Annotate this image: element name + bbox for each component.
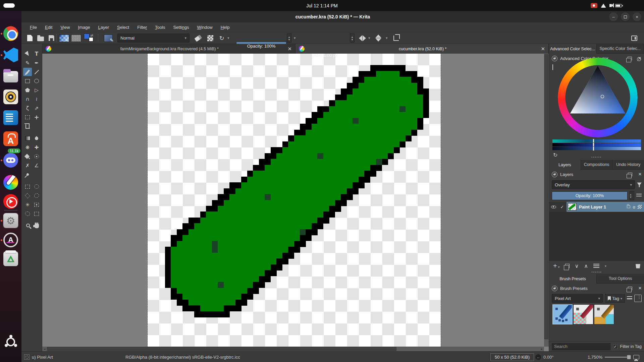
brush-preset-thumbnail[interactable] [573, 304, 593, 324]
rectangle-tool[interactable] [23, 77, 32, 85]
add-layer-button[interactable]: + ▾ [553, 262, 560, 270]
pattern-edit-tool[interactable]: ❋ [23, 143, 32, 152]
layers-list-empty-area[interactable] [549, 212, 644, 261]
edit-shapes-tool[interactable]: ✎ [23, 59, 32, 67]
menu-item-tools[interactable]: Tools [151, 23, 169, 31]
selector-settings-button[interactable] [552, 65, 553, 70]
preserve-alpha-button[interactable] [205, 34, 215, 43]
layer-checkbox[interactable]: ✓ [558, 204, 567, 209]
docker-lock-icon[interactable] [552, 172, 557, 177]
save-button[interactable] [46, 34, 56, 43]
move-tool[interactable]: + [32, 113, 41, 121]
select-shapes-tool[interactable] [23, 50, 32, 58]
rect-select-tool[interactable] [23, 182, 32, 191]
freehand-path-tool[interactable]: ≀ [32, 95, 41, 103]
canvas-rotation-icon[interactable]: ↔ [535, 354, 541, 360]
system-clock[interactable]: Jul 12 1:14 PM [306, 3, 337, 8]
selected-layer[interactable]: Paint Layer 1 α [567, 202, 644, 212]
scroll-left-icon[interactable]: ◂ [42, 347, 47, 351]
close-button[interactable]: × [633, 12, 641, 21]
menu-item-edit[interactable]: Edit [41, 23, 56, 31]
color-wheel[interactable] [558, 58, 638, 137]
activities-indicator[interactable] [3, 3, 15, 8]
gradient-chooser[interactable] [59, 34, 69, 43]
zoom-slider-handle[interactable] [627, 355, 631, 359]
hsv-triangle[interactable] [558, 58, 638, 137]
docker-lock-icon[interactable] [552, 56, 557, 61]
inherit-alpha-icon[interactable] [638, 205, 642, 209]
tab-specific-color-selec[interactable]: Specific Color Selec... [597, 44, 644, 54]
gradient-tool[interactable] [23, 134, 32, 142]
value-slider[interactable] [552, 147, 641, 150]
docker-resize-handle[interactable]: •••••• [549, 156, 644, 159]
document-size-button[interactable]: 50 x 50 (52.0 KiB) [490, 353, 534, 361]
scroll-right-icon[interactable]: ▸ [539, 347, 544, 351]
color-sliders[interactable] [552, 139, 641, 150]
horizontal-scroll-thumb[interactable] [47, 347, 396, 351]
canvas-rotation-value[interactable]: 0.00° [543, 355, 554, 360]
opacity-options-dropdown[interactable]: ▾ [294, 34, 296, 43]
close-tab-icon[interactable]: ✕ [541, 46, 545, 52]
enclose-fill-tool[interactable] [32, 152, 41, 161]
pattern-chooser[interactable] [71, 34, 81, 43]
reload-preset-button[interactable]: ↻ [217, 34, 227, 43]
search-input[interactable]: Search [552, 343, 610, 350]
preset-list-view-icon[interactable] [627, 296, 632, 300]
dock-item-discord[interactable]: 11.1k [3, 153, 18, 168]
fg-bg-color-chooser[interactable]: ⇄ [84, 34, 93, 42]
vertical-scroll-thumb[interactable] [544, 54, 548, 339]
menu-item-filter[interactable]: Filter [133, 23, 151, 31]
magnetic-select-tool[interactable] [32, 209, 41, 218]
float-docker-icon[interactable] [628, 287, 632, 290]
dock-item-youtube-music[interactable] [3, 194, 18, 209]
dock-item-trash[interactable] [3, 251, 18, 266]
float-docker-icon[interactable] [628, 173, 632, 176]
maximize-button[interactable] [621, 12, 630, 21]
hue-slider[interactable] [552, 139, 641, 143]
blending-mode-dropdown[interactable]: Normal ▾ [117, 34, 190, 43]
tab-tool-options[interactable]: Tool Options [597, 274, 644, 284]
zoom-slider[interactable] [605, 357, 631, 358]
document-tab[interactable]: cucumber.kra (52.0 KiB) *✕ [296, 44, 549, 54]
eraser-mode-button[interactable] [193, 34, 203, 43]
dock-item-krita[interactable] [3, 175, 18, 190]
polyline-tool[interactable]: ▷ [32, 86, 41, 94]
assistants-tool[interactable]: ✗ [23, 161, 32, 170]
mirror-vertical-options[interactable]: ▾ [386, 34, 388, 43]
menu-item-file[interactable]: File [26, 23, 41, 31]
smart-patch-tool[interactable]: ✚ [32, 143, 41, 152]
alpha-lock-icon[interactable]: α [633, 204, 635, 209]
layer-filter-icon[interactable] [637, 182, 642, 187]
tab-undo-history[interactable]: Undo History [612, 160, 644, 170]
mirror-vertical-button[interactable] [374, 35, 383, 42]
minimize-button[interactable]: – [609, 12, 618, 21]
chevron-down-icon[interactable]: ▾ [605, 264, 606, 268]
preset-grid-view-icon[interactable] [634, 295, 642, 302]
dynamic-brush-tool[interactable]: ζ [23, 104, 32, 112]
close-docker-icon[interactable]: × [638, 285, 642, 292]
close-docker-icon[interactable]: × [638, 171, 642, 178]
tab-layers[interactable]: Layers [549, 160, 581, 170]
tab-brush-presets[interactable]: Brush Presets [549, 274, 597, 284]
brush-options-dropdown[interactable]: ▾ [227, 34, 229, 43]
move-layer-down-button[interactable]: ∨ [575, 263, 579, 269]
menu-item-help[interactable]: Help [217, 23, 233, 31]
menu-item-window[interactable]: Window [193, 23, 216, 31]
zoom-level-value[interactable]: 1,750% [588, 355, 602, 360]
layer-opacity-slider[interactable]: Opacity: 100% [552, 191, 628, 200]
brush-preset-thumbnail[interactable] [594, 304, 614, 324]
color-sampler-tool[interactable] [32, 134, 41, 142]
title-bar[interactable]: cucumber.kra (52.0 KiB) * — Krita – × [21, 11, 644, 22]
tab-compositions[interactable]: Compositions [581, 160, 613, 170]
ellipse-select-tool[interactable] [32, 182, 41, 191]
dock-item-settings[interactable]: ⚙ [3, 213, 18, 228]
polygon-tool[interactable] [23, 86, 32, 94]
bezier-select-tool[interactable] [23, 209, 32, 218]
measure-tool[interactable]: ∠ [32, 161, 41, 170]
polygon-select-tool[interactable] [23, 191, 32, 200]
dock-item-rhythmbox[interactable] [3, 89, 18, 105]
layer-row[interactable]: ✓ Paint Layer 1 α [549, 202, 644, 212]
zoom-tool[interactable] [23, 222, 32, 230]
menu-item-settings[interactable]: Settings [169, 23, 193, 31]
menu-item-layer[interactable]: Layer [94, 23, 113, 31]
